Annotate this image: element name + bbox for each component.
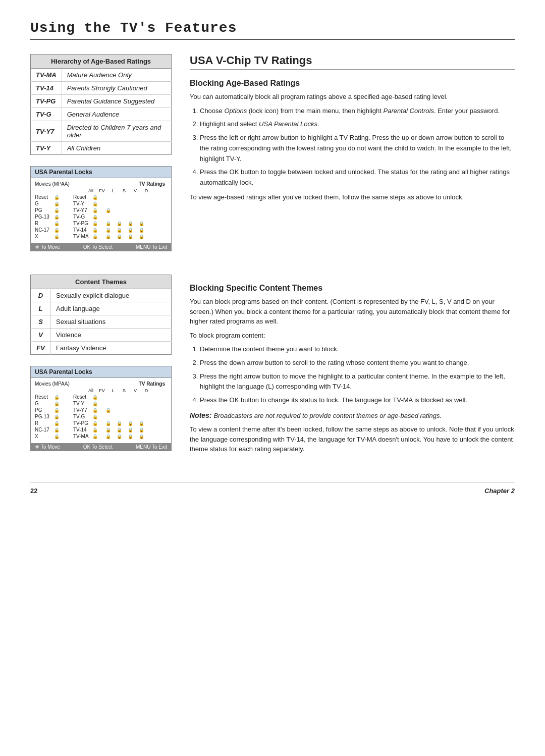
tv-col: Reset🔒TV-Y🔒TV-Y7🔒🔒TV-G🔒TV-PG🔒🔒🔒🔒🔒TV-14🔒🔒…	[73, 194, 167, 240]
movie-lock-row: X🔒	[35, 234, 71, 239]
rating-code: TV-14	[31, 82, 62, 95]
blocking-age-steps: Choose Options (lock icon) from the main…	[190, 106, 515, 189]
hierarchy-row: TV-YAll Children	[31, 142, 172, 155]
move-arrow-icon: ❖	[35, 244, 39, 250]
tv-ratings-label: TV Ratings	[71, 181, 165, 187]
tv-lock-row: TV-MA🔒🔒🔒🔒🔒	[73, 234, 167, 239]
rating-code: TV-G	[31, 108, 62, 121]
tv-lock-row: TV-PG🔒🔒🔒🔒🔒	[73, 221, 167, 226]
parental-locks-box-1: USA Parental Locks Movies (MPAA) TV Rati…	[30, 166, 172, 251]
blocking-content-steps: Determine the content theme you want to …	[190, 344, 515, 406]
page-number: 22	[30, 487, 37, 495]
movie-lock-row: G🔒	[35, 201, 71, 206]
rating-description: All Children	[62, 142, 171, 155]
right-column-bottom: Blocking Specific Content Themes You can…	[190, 275, 515, 462]
col-s: S	[119, 188, 130, 193]
content-theme-row: LAdult language	[31, 302, 172, 315]
col-all: All	[85, 188, 96, 193]
col-l: L	[107, 188, 119, 193]
locks-header-row-2: Movies (MPAA) TV Ratings	[35, 381, 167, 387]
rating-description: Parental Guidance Suggested	[62, 95, 171, 108]
movies-label-2: Movies (MPAA)	[35, 381, 71, 387]
tv-lock-row: TV-Y7🔒🔒	[73, 407, 167, 413]
bottom-content-area: Content Themes DSexually explicit dialog…	[30, 275, 515, 462]
rating-code: TV-Y7	[31, 121, 62, 142]
movie-lock-row: R🔒	[35, 420, 71, 426]
rating-description: Parents Strongly Cautioned	[62, 82, 171, 95]
blocking-content-closing: To view a content theme after it's been …	[190, 424, 515, 454]
movie-lock-row: Reset🔒	[35, 194, 71, 200]
rating-code: TV-PG	[31, 95, 62, 108]
left-column-bottom: Content Themes DSexually explicit dialog…	[30, 275, 172, 462]
movie-lock-row: Reset🔒	[35, 394, 71, 400]
blocking-age-step-4: Press the OK button to toggle between lo…	[200, 167, 515, 188]
locks-grid-2: Reset🔒G🔒PG🔒PG-13🔒R🔒NC-17🔒X🔒 Reset🔒TV-Y🔒T…	[35, 394, 167, 440]
theme-description: Sexually explicit dialogue	[51, 289, 172, 302]
theme-description: Adult language	[51, 302, 172, 315]
top-content-area: Hierarchy of Age-Based Ratings TV-MAMatu…	[30, 54, 515, 262]
blocking-content-step-4: Press the OK button to change its status…	[200, 395, 515, 406]
page-header: Using the TV's Features	[30, 20, 515, 40]
bottom-menu: MENU To Exit	[136, 244, 167, 250]
movie-col: Reset🔒G🔒PG🔒PG-13🔒R🔒NC-17🔒X🔒	[35, 194, 71, 240]
theme-code: S	[31, 315, 51, 329]
tv-lock-row: Reset🔒	[73, 194, 167, 200]
locks-box-inner-2: Movies (MPAA) TV Ratings All FV L S V D	[31, 378, 171, 443]
blocking-content-title: Blocking Specific Content Themes	[190, 284, 515, 293]
tv-lock-row: TV-G🔒	[73, 414, 167, 419]
right-column: USA V-Chip TV Ratings Blocking Age-Based…	[190, 54, 515, 262]
blocking-content-sub-intro: To block program content:	[190, 331, 515, 341]
chapter-label: Chapter 2	[484, 487, 515, 495]
hierarchy-table-header: Hierarchy of Age-Based Ratings	[31, 55, 172, 69]
hierarchy-row: TV-Y7Directed to Children 7 years and ol…	[31, 121, 172, 142]
blocking-content-intro: You can block programs based on their co…	[190, 297, 515, 327]
page-title: Using the TV's Features	[30, 20, 515, 36]
movie-lock-row: PG🔒	[35, 407, 71, 413]
parental-locks-box-2: USA Parental Locks Movies (MPAA) TV Rati…	[30, 366, 172, 451]
left-column: Hierarchy of Age-Based Ratings TV-MAMatu…	[30, 54, 172, 262]
movie-lock-row: PG🔒	[35, 207, 71, 213]
movie-lock-row: G🔒	[35, 401, 71, 406]
hierarchy-row: TV-PGParental Guidance Suggested	[31, 95, 172, 108]
blocking-age-step-3: Press the left or right arrow button to …	[200, 133, 515, 164]
blocking-content-step-1: Determine the content theme you want to …	[200, 344, 515, 355]
content-themes-header: Content Themes	[31, 275, 172, 289]
theme-description: Fantasy Violence	[51, 342, 172, 355]
notes-text: Broadcasters are not required to provide…	[213, 412, 442, 419]
blocking-age-title: Blocking Age-Based Ratings	[190, 79, 515, 88]
rating-description: General Audience	[62, 108, 171, 121]
notes-box: Notes: Broadcasters are not required to …	[190, 411, 515, 421]
tv-lock-row: Reset🔒	[73, 394, 167, 400]
tv-lock-row: TV-Y7🔒🔒	[73, 207, 167, 213]
content-theme-row: DSexually explicit dialogue	[31, 289, 172, 302]
tv-lock-row: TV-G🔒	[73, 214, 167, 220]
theme-description: Sexual situations	[51, 315, 172, 329]
tv-lock-row: TV-14🔒🔒🔒🔒🔒	[73, 427, 167, 433]
move-arrow-icon-2: ❖	[35, 444, 39, 450]
theme-code: D	[31, 289, 51, 302]
movie-lock-row: NC-17🔒	[35, 227, 71, 233]
page-footer: 22 Chapter 2	[30, 482, 515, 495]
theme-code: L	[31, 302, 51, 315]
content-theme-row: VViolence	[31, 329, 172, 342]
parental-locks-header-1: USA Parental Locks	[31, 167, 171, 178]
blocking-age-step-2: Highlight and select USA Parental Locks.	[200, 119, 515, 130]
movie-lock-row: X🔒	[35, 434, 71, 439]
rating-code: TV-Y	[31, 142, 62, 155]
col-d: D	[141, 188, 152, 193]
blocking-content-step-2: Press the down arrow button to scroll to…	[200, 358, 515, 368]
locks-box-inner-1: Movies (MPAA) TV Ratings All FV L S V D	[31, 178, 171, 243]
locks-header-row: Movies (MPAA) TV Ratings	[35, 181, 167, 187]
col-v: V	[130, 188, 141, 193]
blocking-age-step-1: Choose Options (lock icon) from the main…	[200, 106, 515, 117]
blocking-age-note: To view age-based ratings after you've l…	[190, 192, 515, 202]
col-headers: All FV L S V D	[35, 188, 167, 193]
rating-description: Mature Audience Only	[62, 69, 171, 82]
rating-description: Directed to Children 7 years and older	[62, 121, 171, 142]
blocking-age-intro: You can automatically block all program …	[190, 92, 515, 102]
rating-code: TV-MA	[31, 69, 62, 82]
tv-lock-row: TV-14🔒🔒🔒🔒🔒	[73, 227, 167, 233]
movie-lock-row: PG-13🔒	[35, 414, 71, 419]
movie-lock-row: R🔒	[35, 221, 71, 226]
movies-label: Movies (MPAA)	[35, 181, 71, 187]
